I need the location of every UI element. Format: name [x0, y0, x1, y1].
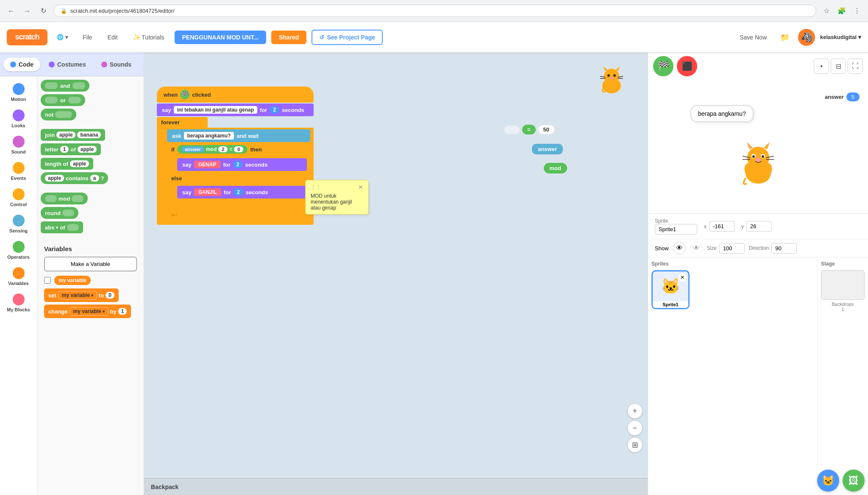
and-block[interactable]: and: [41, 80, 89, 92]
sidebar-item-myblocks[interactable]: My Blocks: [2, 290, 35, 316]
and-label: and: [60, 83, 70, 89]
stage-mode-small[interactable]: ▪: [814, 59, 829, 74]
looks-dot: [13, 109, 25, 121]
globe-language-button[interactable]: 🌐 ▾: [53, 31, 72, 43]
abs-block[interactable]: abs ▾ of: [41, 221, 83, 233]
username-button[interactable]: kelaskudigital ▾: [820, 34, 861, 40]
if-block-header[interactable]: if answer mod 2 = 0 then: [167, 143, 310, 156]
sprite-name-input[interactable]: [655, 224, 697, 235]
not-block[interactable]: not: [41, 109, 76, 120]
make-variable-button[interactable]: Make a Variable: [44, 257, 137, 271]
sprite-delete-button[interactable]: ✕: [678, 273, 687, 282]
add-stage-button[interactable]: 🖼: [843, 470, 865, 492]
sidebar-item-control[interactable]: Control: [2, 185, 35, 210]
tutorials-button[interactable]: ✨ Tutorials: [128, 31, 170, 44]
sprite-thumb-sprite1[interactable]: ✕ 🐱 Sprite1: [651, 270, 690, 309]
x-value-input[interactable]: [709, 221, 734, 232]
change-label: change: [48, 308, 68, 315]
ask-block[interactable]: ask berapa angkamu? and wait: [167, 129, 310, 142]
green-flag-button[interactable]: 🏁: [653, 56, 673, 76]
stage-panel-header: Stage: [821, 261, 865, 267]
change-val: 1: [118, 308, 127, 315]
stop-button[interactable]: ⬛: [677, 56, 697, 76]
for-val-3: 2: [234, 188, 243, 196]
when-flag-block[interactable]: when 🏁 clicked: [157, 87, 314, 103]
stage-mode-medium[interactable]: ⊟: [831, 59, 846, 74]
tab-code[interactable]: Code: [3, 58, 40, 71]
svg-point-22: [755, 158, 761, 162]
letter-of-block[interactable]: letter 1 of apple: [41, 143, 101, 155]
floating-mod-block[interactable]: mod: [544, 165, 567, 171]
set-block[interactable]: set my variable ▾ to 0: [44, 288, 119, 302]
canvas-area: when 🏁 clicked say ini tebakan ini ganji…: [144, 53, 648, 495]
forward-button[interactable]: →: [21, 5, 33, 17]
cat-sprite[interactable]: [735, 140, 782, 188]
looks-label: Looks: [11, 123, 25, 128]
floating-answer-block[interactable]: answer: [532, 146, 563, 152]
forever-block-header[interactable]: forever: [157, 117, 208, 128]
add-sprite-button[interactable]: 🐱: [817, 470, 839, 492]
direction-input[interactable]: [771, 243, 797, 254]
and-wait-label: and wait: [236, 133, 259, 139]
sidebar-item-looks[interactable]: Looks: [2, 106, 35, 131]
folder-button[interactable]: 📁: [777, 29, 793, 45]
sprite-label: Sprite: [655, 218, 697, 224]
stage-mode-fullscreen[interactable]: ⛶: [848, 59, 863, 74]
show-eye-button[interactable]: 👁: [673, 242, 686, 254]
speech-text: berapa angkamu?: [698, 110, 746, 117]
change-block[interactable]: change my variable ▾ by 1: [44, 305, 131, 318]
say-block-1[interactable]: say ini tebakan ini ganjil atau genap fo…: [157, 103, 314, 116]
mod-block[interactable]: mod: [41, 193, 88, 204]
save-now-button[interactable]: Save Now: [734, 31, 772, 44]
back-button[interactable]: ←: [5, 5, 17, 17]
file-menu-button[interactable]: File: [78, 31, 97, 44]
y-label: y: [741, 224, 744, 229]
mod-val: 2: [218, 146, 228, 152]
sidebar-item-events[interactable]: Events: [2, 159, 35, 184]
tab-costumes[interactable]: Costumes: [42, 58, 93, 71]
stage-thumb[interactable]: [821, 270, 865, 300]
round-block[interactable]: round: [41, 207, 78, 219]
size-input[interactable]: [719, 243, 745, 254]
zoom-in-button[interactable]: +: [627, 403, 643, 419]
float-left-empty: [504, 126, 520, 134]
tab-sounds[interactable]: Sounds: [95, 58, 138, 71]
myblocks-label: My Blocks: [7, 307, 30, 312]
bookmarks-icon[interactable]: ☆: [821, 5, 832, 17]
seconds-label-3: seconds: [246, 189, 268, 196]
join-block[interactable]: join apple banana: [41, 129, 105, 141]
answer-pill: answer: [181, 146, 204, 152]
stage-panel: Stage Backdrops 1: [817, 257, 868, 466]
zoom-out-button[interactable]: −: [627, 420, 643, 436]
say-genap-block[interactable]: say GENAP for 2 seconds: [177, 158, 307, 171]
comment-close-button[interactable]: ✕: [358, 184, 363, 190]
edit-menu-button[interactable]: Edit: [103, 31, 123, 44]
floating-equals-block[interactable]: = 50: [504, 125, 554, 134]
backpack-label: Backpack: [151, 484, 178, 490]
sidebar-item-variables[interactable]: Variables: [2, 264, 35, 289]
costumes-tab-label: Costumes: [57, 61, 86, 68]
hide-eye-button[interactable]: 👁: [690, 242, 703, 254]
scratch-logo[interactable]: scratch: [7, 29, 47, 45]
project-title-button[interactable]: PENGGUNAAN MOD UNT...: [175, 31, 266, 44]
see-project-button[interactable]: ↺ See Project Page: [312, 30, 383, 45]
backpack-bar[interactable]: Backpack: [144, 478, 648, 495]
contains-block[interactable]: apple contains a ?: [41, 172, 108, 184]
sidebar-item-operators[interactable]: Operators: [2, 238, 35, 263]
extensions-icon[interactable]: 🧩: [836, 5, 848, 17]
length-of-block[interactable]: length of apple: [41, 158, 93, 170]
or-block[interactable]: or: [41, 94, 85, 106]
sidebar-item-sensing[interactable]: Sensing: [2, 211, 35, 237]
reload-button[interactable]: ↻: [37, 5, 49, 17]
zoom-fit-button[interactable]: ⊞: [627, 437, 643, 453]
abs-label: abs: [45, 224, 54, 231]
join-arg1: apple: [56, 131, 75, 138]
shared-button[interactable]: Shared: [271, 31, 306, 44]
my-variable-checkbox[interactable]: [44, 277, 51, 284]
sidebar-item-sound[interactable]: Sound: [2, 132, 35, 158]
say-ganjil-block[interactable]: say GANJIL for 2 seconds: [177, 186, 307, 199]
sidebar-item-motion[interactable]: Motion: [2, 80, 35, 105]
y-value-input[interactable]: [746, 221, 772, 232]
scratch-canvas[interactable]: when 🏁 clicked say ini tebakan ini ganji…: [144, 53, 648, 478]
menu-icon[interactable]: ⋮: [851, 5, 863, 17]
